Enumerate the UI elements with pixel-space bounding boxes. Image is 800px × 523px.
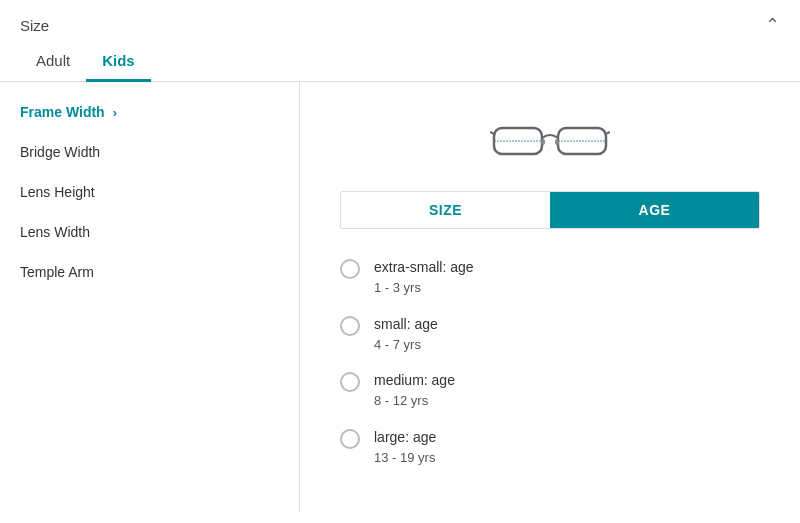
options-list: extra-small: age 1 - 3 yrs small: age 4 …	[340, 257, 760, 467]
sidebar-item-temple-arm[interactable]: Temple Arm	[0, 252, 299, 292]
option-large[interactable]: large: age 13 - 19 yrs	[340, 427, 760, 468]
sidebar-item-lens-height[interactable]: Lens Height	[0, 172, 299, 212]
size-toggle-button[interactable]: SIZE	[341, 192, 550, 228]
sidebar-label-temple-arm: Temple Arm	[20, 264, 94, 280]
option-label-small: small: age	[374, 314, 438, 335]
age-toggle-button[interactable]: AGE	[550, 192, 759, 228]
section-title: Size	[20, 17, 49, 34]
tab-adult[interactable]: Adult	[20, 44, 86, 82]
option-sub-medium: 8 - 12 yrs	[374, 391, 455, 411]
sidebar: Frame Width › Bridge Width Lens Height L…	[0, 82, 300, 512]
main-container: Size ⌃ Adult Kids Frame Width › Bridge W…	[0, 0, 800, 523]
radio-small[interactable]	[340, 316, 360, 336]
sidebar-label-frame-width: Frame Width	[20, 104, 105, 120]
option-extra-small[interactable]: extra-small: age 1 - 3 yrs	[340, 257, 760, 298]
sidebar-item-lens-width[interactable]: Lens Width	[0, 212, 299, 252]
collapse-icon[interactable]: ⌃	[765, 14, 780, 36]
sidebar-item-frame-width[interactable]: Frame Width ›	[0, 92, 299, 132]
sidebar-label-lens-height: Lens Height	[20, 184, 95, 200]
svg-point-7	[555, 139, 559, 145]
tab-kids[interactable]: Kids	[86, 44, 151, 82]
arrow-icon: ›	[113, 105, 117, 120]
svg-point-6	[541, 139, 545, 145]
main-layout: Frame Width › Bridge Width Lens Height L…	[0, 82, 800, 512]
size-age-toggle: SIZE AGE	[340, 191, 760, 229]
radio-extra-small[interactable]	[340, 259, 360, 279]
option-medium[interactable]: medium: age 8 - 12 yrs	[340, 370, 760, 411]
sidebar-item-bridge-width[interactable]: Bridge Width	[0, 132, 299, 172]
svg-line-3	[606, 132, 610, 134]
option-small[interactable]: small: age 4 - 7 yrs	[340, 314, 760, 355]
section-header: Size ⌃	[0, 0, 800, 44]
option-sub-extra-small: 1 - 3 yrs	[374, 278, 474, 298]
option-sub-small: 4 - 7 yrs	[374, 335, 438, 355]
glasses-illustration	[490, 112, 610, 167]
radio-large[interactable]	[340, 429, 360, 449]
radio-medium[interactable]	[340, 372, 360, 392]
option-label-large: large: age	[374, 427, 436, 448]
option-sub-large: 13 - 19 yrs	[374, 448, 436, 468]
content-area: SIZE AGE extra-small: age 1 - 3 yrs smal…	[300, 82, 800, 512]
sidebar-label-bridge-width: Bridge Width	[20, 144, 100, 160]
option-label-extra-small: extra-small: age	[374, 257, 474, 278]
tabs-row: Adult Kids	[0, 44, 800, 82]
option-label-medium: medium: age	[374, 370, 455, 391]
sidebar-label-lens-width: Lens Width	[20, 224, 90, 240]
svg-line-2	[490, 132, 494, 134]
